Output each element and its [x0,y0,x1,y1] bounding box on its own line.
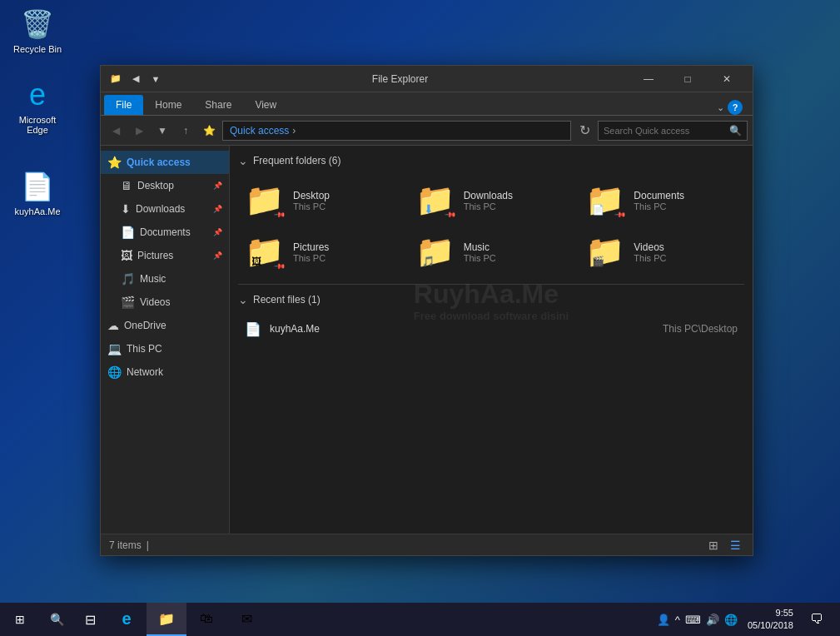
sidebar-item-quick-access[interactable]: ⭐ Quick access [101,151,229,174]
folder-pictures-path: This PC [293,253,329,263]
list-view-btn[interactable]: ☰ [726,536,744,554]
folder-videos-path: This PC [634,253,666,263]
desktop-file-icon[interactable]: 📄 kuyhAa.Me [4,166,71,220]
status-bar: 7 items | ⊞ ☰ [101,534,753,555]
recent-locations-button[interactable]: ▼ [152,121,172,141]
section-divider [238,284,744,285]
folder-pics-icon: 📁 🖼 📌 [245,236,285,269]
folder-videos[interactable]: 📁 🎬 Videos This PC [579,229,744,276]
back-icon-tb[interactable]: ◀ [127,71,144,87]
music-sidebar-label: Music [140,273,166,285]
search-box[interactable]: 🔍 [598,121,748,141]
quick-access-label: Quick access [127,157,191,168]
pin-icon: 📌 [213,181,222,190]
folder-icon-tb: 📁 [107,71,124,87]
desktop-sidebar-icon: 🖥 [121,179,132,192]
pictures-sidebar-label: Pictures [137,250,173,261]
recycle-bin-label: Recycle Bin [13,44,62,54]
this-pc-sidebar-label: This PC [127,343,162,355]
edge-label: Microsoft Edge [7,115,67,135]
clock-date: 05/10/2018 [748,619,793,632]
sidebar: ⭐ Quick access 🖥 Desktop 📌 ⬇ Downloads 📌… [101,146,230,534]
minimize-button[interactable]: — [629,66,668,92]
documents-sidebar-label: Documents [140,226,191,238]
pics-sidebar-icon: 🖼 [121,249,132,262]
address-bar: ◀ ▶ ▼ ↑ ⭐ Quick access › ↻ 🔍 [101,116,753,146]
edge-taskbar-btn[interactable]: e [107,603,147,636]
sidebar-item-pictures[interactable]: 🖼 Pictures 📌 [101,244,229,267]
folder-pictures-name: Pictures [293,241,329,253]
volume-icon[interactable]: 🔊 [706,614,719,626]
store-taskbar-btn[interactable]: 🛍 [186,603,226,636]
mail-taskbar-btn[interactable]: ✉ [226,603,266,636]
folder-music[interactable]: 📁 🎵 Music This PC [409,229,574,276]
chevron-up-icon[interactable]: ^ [675,614,680,626]
tab-home[interactable]: Home [143,95,193,115]
music-sidebar-icon: 🎵 [121,272,135,286]
network-icon[interactable]: 🌐 [724,614,738,626]
folder-music-icon: 📁 🎵 [415,236,455,269]
address-path[interactable]: Quick access › [222,121,571,141]
forward-button[interactable]: ▶ [129,121,149,141]
items-count: 7 items [109,539,142,551]
tab-view[interactable]: View [243,95,288,115]
onedrive-sidebar-label: OneDrive [124,320,167,331]
folder-videos-icon: 📁 🎬 [585,236,625,269]
folder-downloads-path: This PC [464,201,513,211]
search-button[interactable]: 🔍 [40,603,73,636]
path-quick-access: Quick access [230,125,289,137]
sidebar-item-network[interactable]: 🌐 Network [101,360,229,384]
recent-file-path: This PC\Desktop [663,323,738,335]
sidebar-item-videos[interactable]: 🎬 Videos [101,291,229,314]
docs-sidebar-icon: 📄 [121,226,135,239]
folder-pictures[interactable]: 📁 🖼 📌 Pictures This PC [238,229,404,276]
sidebar-item-this-pc[interactable]: 💻 This PC [101,337,229,360]
close-button[interactable]: ✕ [708,66,746,92]
pin-icon-dl: 📌 [213,205,222,213]
search-input[interactable] [604,126,726,136]
ribbon-expand-btn[interactable]: ⌄ ? [710,100,749,115]
content-area: ⭐ Quick access 🖥 Desktop 📌 ⬇ Downloads 📌… [101,146,753,534]
home-nav-button[interactable]: ⭐ [199,121,219,141]
people-icon[interactable]: 👤 [657,614,670,626]
folder-documents[interactable]: 📁 📄 📌 Documents This PC [579,177,744,224]
recent-files-title: Recent files (1) [238,293,744,308]
start-button[interactable]: ⊞ [0,603,40,636]
down-arrow-tb[interactable]: ▼ [147,71,164,87]
notification-button[interactable]: 🗨 [800,603,833,636]
recent-file-item[interactable]: 📄 kuyhAa.Me This PC\Desktop [238,316,744,341]
file-explorer-taskbar-btn[interactable]: 📁 [147,603,186,636]
window-title: File Explorer [171,73,629,85]
sidebar-item-downloads[interactable]: ⬇ Downloads 📌 [101,197,229,221]
refresh-button[interactable]: ↻ [574,121,594,141]
window-controls: — □ ✕ [629,66,746,92]
folder-desktop[interactable]: 📁 📌 Desktop This PC [238,177,404,224]
up-button[interactable]: ↑ [176,121,196,141]
back-button[interactable]: ◀ [106,121,126,141]
task-view-button[interactable]: ⊟ [73,603,107,636]
recent-file-name: kuyhAa.Me [270,323,663,335]
folder-desktop-path: This PC [293,201,330,211]
taskbar-apps: ⊟ e 📁 🛍 ✉ [73,603,266,636]
tab-file[interactable]: File [104,95,143,115]
chevron-down-icon: ⌄ [717,102,724,113]
folder-downloads[interactable]: 📁 ⬇ 📌 Downloads This PC [409,177,574,224]
downloads-sidebar-label: Downloads [136,203,185,215]
taskbar-clock[interactable]: 9:55 05/10/2018 [744,607,797,633]
folder-documents-name: Documents [634,190,684,201]
maximize-button[interactable]: □ [669,66,707,92]
microsoft-edge-icon[interactable]: e Microsoft Edge [4,75,71,138]
downloads-sidebar-icon: ⬇ [121,202,131,216]
recent-file-icon: 📄 [245,321,261,337]
tab-share[interactable]: Share [193,95,243,115]
sidebar-item-music[interactable]: 🎵 Music [101,267,229,291]
sidebar-item-documents[interactable]: 📄 Documents 📌 [101,221,229,244]
recycle-bin-icon[interactable]: 🗑️ Recycle Bin [4,4,71,57]
taskbar-right: 👤 ^ ⌨ 🔊 🌐 9:55 05/10/2018 🗨 [654,603,840,636]
sidebar-item-onedrive[interactable]: ☁ OneDrive [101,314,229,337]
help-icon[interactable]: ? [728,100,743,115]
folder-desktop-icon: 📁 📌 [245,184,285,217]
sidebar-item-desktop[interactable]: 🖥 Desktop 📌 [101,174,229,197]
frequent-folders-grid: 📁 📌 Desktop This PC 📁 ⬇ 📌 [238,177,744,276]
large-icons-view-btn[interactable]: ⊞ [704,536,723,554]
